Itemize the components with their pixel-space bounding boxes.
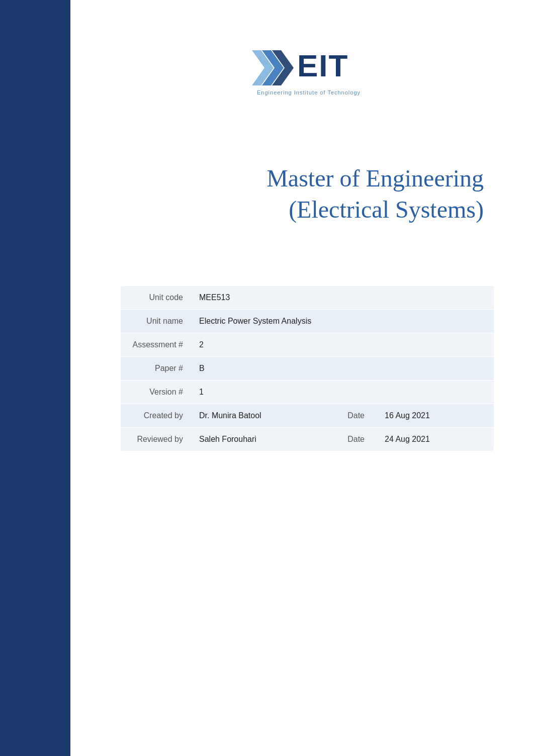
value-unit-code: MEE513 [191, 286, 337, 310]
table-row: Unit name Electric Power System Analysis [121, 309, 494, 333]
value-reviewed-by: Saleh Forouhari [191, 427, 337, 451]
title-line1: Master of Engineering [121, 163, 484, 194]
table-row: Paper # B [121, 356, 494, 380]
label-unit-name: Unit name [121, 309, 191, 333]
eit-logo: EIT Engineering Institute of Technology [237, 40, 378, 101]
value-version: 1 [191, 380, 337, 404]
label-assessment: Assessment # [121, 333, 191, 356]
label-created-date: Date [337, 404, 375, 427]
value-assessment: 2 [191, 333, 337, 356]
logo-container: EIT Engineering Institute of Technology [237, 40, 378, 103]
table-row: Version # 1 [121, 380, 494, 404]
label-reviewed-date: Date [337, 427, 375, 451]
label-version: Version # [121, 380, 191, 404]
table-row: Assessment # 2 [121, 333, 494, 356]
value-reviewed-date: 24 Aug 2021 [375, 427, 494, 451]
label-reviewed-by: Reviewed by [121, 427, 191, 451]
value-unit-name: Electric Power System Analysis [191, 309, 494, 333]
value-created-date: 16 Aug 2021 [375, 404, 494, 427]
main-title: Master of Engineering (Electrical System… [121, 163, 484, 226]
label-created-by: Created by [121, 404, 191, 427]
label-unit-code: Unit code [121, 286, 191, 310]
info-table: Unit code MEE513 Unit name Electric Powe… [121, 286, 494, 451]
value-created-by: Dr. Munira Batool [191, 404, 337, 427]
svg-text:EIT: EIT [297, 48, 348, 83]
title-section: Master of Engineering (Electrical System… [121, 163, 494, 226]
info-table-wrapper: Unit code MEE513 Unit name Electric Powe… [121, 286, 494, 451]
main-content: EIT Engineering Institute of Technology … [70, 0, 534, 756]
value-paper: B [191, 356, 337, 380]
logo-area: EIT Engineering Institute of Technology [121, 40, 494, 103]
table-row: Reviewed by Saleh Forouhari Date 24 Aug … [121, 427, 494, 451]
label-paper: Paper # [121, 356, 191, 380]
sidebar [0, 0, 70, 756]
table-row: Unit code MEE513 [121, 286, 494, 310]
table-row: Created by Dr. Munira Batool Date 16 Aug… [121, 404, 494, 427]
svg-text:Engineering Institute of Techn: Engineering Institute of Technology [257, 89, 361, 96]
title-line2: (Electrical Systems) [121, 194, 484, 225]
